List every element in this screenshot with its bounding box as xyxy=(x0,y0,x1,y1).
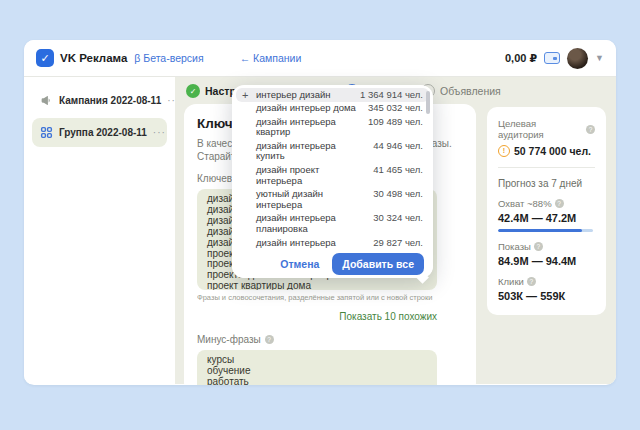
beta-badge: β Бета-версия xyxy=(134,52,203,64)
metric-shows: Показы ? 84.9М — 94.4М xyxy=(498,241,595,267)
cancel-button[interactable]: Отмена xyxy=(280,258,319,270)
topbar: ✓ VK Реклама β Бета-версия ← Кампании 0,… xyxy=(24,40,616,77)
audience-value-row: ! 50 774 000 чел. xyxy=(498,145,595,157)
megaphone-icon xyxy=(40,94,53,107)
vk-ads-page: { "topbar": { "brand": "VK Реклама", "lo… xyxy=(0,0,640,430)
chevron-down-icon[interactable]: ▼ xyxy=(595,53,604,63)
reach-label: Охват ~88% xyxy=(498,198,552,209)
step-label: Объявления xyxy=(440,85,501,97)
suggestion-count: 30 498 чел. xyxy=(373,189,423,200)
suggestion-label: дизайн интерьера планировка xyxy=(256,213,367,234)
suggestion-row[interactable]: дизайн интерьера купить 44 946 чел. xyxy=(236,139,429,163)
help-icon[interactable]: ? xyxy=(534,242,543,251)
keyword-suggestions-popup: + интерьер дизайн 1 364 914 чел. дизайн … xyxy=(232,85,433,278)
similar-row: Показать 10 похожих xyxy=(197,306,437,324)
help-icon[interactable]: ? xyxy=(265,335,274,344)
popup-footer: Отмена Добавить все xyxy=(232,249,433,278)
wallet-icon[interactable] xyxy=(544,52,560,64)
field-label-text: Минус-фразы xyxy=(197,334,261,345)
help-icon[interactable]: ? xyxy=(586,125,595,134)
suggestion-row[interactable]: дизайн интерьера планировка 30 324 чел. xyxy=(236,212,429,236)
show-similar-link[interactable]: Показать 10 похожих xyxy=(339,311,437,322)
balance-amount: 0,00 ₽ xyxy=(505,52,537,65)
audience-label: Целевая аудитория xyxy=(498,118,583,140)
suggestion-count: 29 827 чел. xyxy=(373,238,423,249)
sidebar: Кампания 2022-08-11 ··· Группа 2022-08-1… xyxy=(24,77,175,384)
suggestion-row[interactable]: дизайн интерьера квартир 109 489 чел. xyxy=(236,115,429,139)
suggestion-label: дизайн интерьера квартир xyxy=(256,117,362,138)
minus-line: работать xyxy=(207,377,427,385)
reach-value: 42.4М — 47.2М xyxy=(498,212,595,224)
vk-ads-logo-icon: ✓ xyxy=(36,49,54,67)
suggestion-count: 109 489 чел. xyxy=(368,117,423,128)
metric-clicks: Клики ? 503К — 559К xyxy=(498,276,595,302)
add-all-button[interactable]: Добавить все xyxy=(332,253,424,275)
sidebar-item-label: Группа 2022-08-11 xyxy=(59,127,147,138)
back-to-campaigns-link[interactable]: ← Кампании xyxy=(240,52,302,64)
grid-icon xyxy=(40,126,53,139)
suggestion-label: дизайн интерьера купить xyxy=(256,141,367,162)
check-icon: ✓ xyxy=(186,84,200,98)
keyword-suggestions-list: + интерьер дизайн 1 364 914 чел. дизайн … xyxy=(232,85,433,249)
clicks-value: 503К — 559К xyxy=(498,290,595,302)
suggestion-count: 44 946 чел. xyxy=(373,141,423,152)
suggestion-label: дизайн интерьера магазина xyxy=(256,238,367,249)
help-icon[interactable]: ? xyxy=(555,199,564,208)
audience-label-row: Целевая аудитория ? xyxy=(498,118,595,140)
suggestion-row[interactable]: дизайн интерьер дома 345 032 чел. xyxy=(236,102,429,116)
reach-bar xyxy=(498,229,593,232)
suggestion-count: 345 032 чел. xyxy=(368,103,423,114)
minus-phrases-textarea[interactable]: курсы обучение работать бесплатный xyxy=(197,350,437,385)
audience-value: 50 774 000 чел. xyxy=(514,145,591,157)
shows-label: Показы xyxy=(498,241,531,252)
shows-value: 84.9М — 94.4М xyxy=(498,255,595,267)
suggestion-count: 30 324 чел. xyxy=(373,213,423,224)
suggestion-row[interactable]: дизайн проект интерьера 41 465 чел. xyxy=(236,164,429,188)
minus-field-label: Минус-фразы ? xyxy=(197,334,463,345)
metric-reach: Охват ~88% ? 42.4М — 47.2М xyxy=(498,198,595,232)
suggestion-label: интерьер дизайн xyxy=(256,90,331,101)
suggestion-count: 41 465 чел. xyxy=(373,165,423,176)
popup-scrollbar[interactable] xyxy=(426,91,430,114)
sidebar-item-group[interactable]: Группа 2022-08-11 ··· xyxy=(32,118,167,147)
suggestion-label: дизайн интерьер дома xyxy=(256,103,356,114)
group-more-icon[interactable]: ··· xyxy=(153,127,166,138)
warning-icon: ! xyxy=(498,145,510,157)
topbar-right: 0,00 ₽ ▼ xyxy=(505,48,604,69)
suggestion-label: дизайн проект интерьера xyxy=(256,165,367,186)
sidebar-item-label: Кампания 2022-08-11 xyxy=(59,95,161,106)
divider xyxy=(498,167,595,168)
reach-bar-fill xyxy=(498,229,582,232)
avatar[interactable] xyxy=(567,48,588,69)
suggestion-label: уютный дизайн интерьера xyxy=(256,189,367,210)
sidebar-item-campaign[interactable]: Кампания 2022-08-11 ··· xyxy=(32,86,167,115)
suggestion-row[interactable]: уютный дизайн интерьера 30 498 чел. xyxy=(236,188,429,212)
clicks-label: Клики xyxy=(498,276,524,287)
brand-title: VK Реклама xyxy=(60,52,127,64)
suggestion-row[interactable]: дизайн интерьера магазина 29 827 чел. xyxy=(236,236,429,249)
keywords-hint: Фразы и словосочетания, разделённые запя… xyxy=(197,293,437,302)
help-icon[interactable]: ? xyxy=(527,277,536,286)
suggestion-count: 1 364 914 чел. xyxy=(360,90,423,101)
suggestion-row[interactable]: + интерьер дизайн 1 364 914 чел. xyxy=(236,88,429,102)
forecast-panel: Целевая аудитория ? ! 50 774 000 чел. Пр… xyxy=(487,107,606,315)
forecast-title: Прогноз за 7 дней xyxy=(498,178,595,189)
plus-icon: + xyxy=(242,89,248,101)
keyword-line: проект квартиры дома xyxy=(207,281,427,290)
